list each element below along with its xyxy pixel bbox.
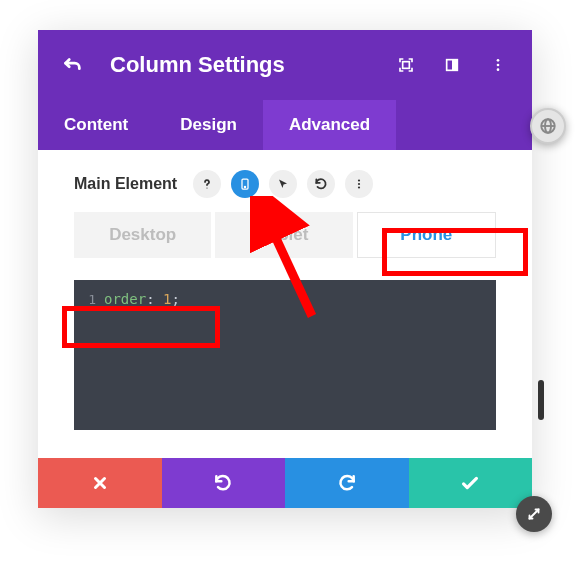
snap-icon[interactable] <box>438 51 466 79</box>
column-settings-modal: Column Settings Content Design Advanced <box>38 30 532 508</box>
modal-header: Column Settings <box>38 30 532 100</box>
svg-point-4 <box>497 64 500 67</box>
css-code-editor[interactable]: 1 order: 1; <box>74 280 496 430</box>
device-tabs: Desktop Tablet Phone <box>74 212 496 258</box>
tab-design[interactable]: Design <box>154 100 263 150</box>
tab-content[interactable]: Content <box>38 100 154 150</box>
device-tab-desktop[interactable]: Desktop <box>74 212 211 258</box>
scroll-indicator[interactable] <box>538 380 544 420</box>
line-number: 1 <box>74 292 104 307</box>
device-tab-tablet[interactable]: Tablet <box>215 212 352 258</box>
svg-point-9 <box>358 179 360 181</box>
code-line: 1 order: 1; <box>74 288 496 310</box>
svg-point-10 <box>358 183 360 185</box>
hover-icon[interactable] <box>269 170 297 198</box>
undo-button[interactable] <box>162 458 286 508</box>
tab-advanced[interactable]: Advanced <box>263 100 396 150</box>
svg-rect-0 <box>403 62 410 69</box>
cancel-button[interactable] <box>38 458 162 508</box>
svg-point-6 <box>207 187 208 188</box>
svg-point-8 <box>245 186 246 187</box>
modal-content: Main Element <box>38 150 532 458</box>
help-icon[interactable] <box>193 170 221 198</box>
floating-help-icon[interactable] <box>530 108 566 144</box>
svg-point-3 <box>497 59 500 62</box>
responsive-icon[interactable] <box>231 170 259 198</box>
redo-button[interactable] <box>285 458 409 508</box>
tab-filler <box>396 100 532 150</box>
modal-title: Column Settings <box>110 52 374 78</box>
svg-rect-2 <box>452 60 457 71</box>
save-button[interactable] <box>409 458 533 508</box>
code-text: order: 1; <box>104 291 180 307</box>
settings-tabs: Content Design Advanced <box>38 100 532 150</box>
modal-footer <box>38 458 532 508</box>
back-button[interactable] <box>58 51 86 79</box>
svg-point-11 <box>358 186 360 188</box>
more-icon[interactable] <box>484 51 512 79</box>
option-label: Main Element <box>74 175 177 193</box>
expand-icon[interactable] <box>392 51 420 79</box>
svg-point-5 <box>497 68 500 71</box>
floating-resize-icon[interactable] <box>516 496 552 532</box>
reset-icon[interactable] <box>307 170 335 198</box>
option-row: Main Element <box>74 170 496 198</box>
device-tab-phone[interactable]: Phone <box>357 212 496 258</box>
option-more-icon[interactable] <box>345 170 373 198</box>
